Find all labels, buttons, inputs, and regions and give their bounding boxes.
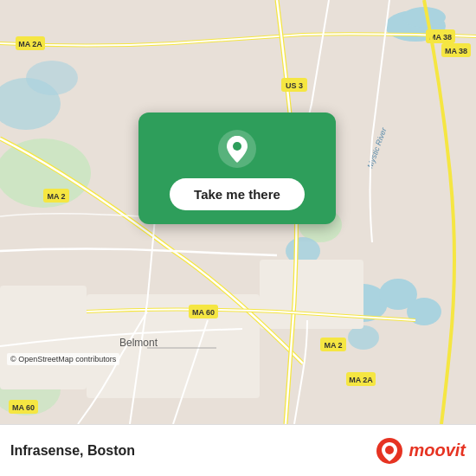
svg-text:US 3: US 3	[286, 81, 303, 90]
svg-text:MA 2A: MA 2A	[18, 40, 42, 48]
svg-text:Belmont: Belmont	[119, 337, 158, 349]
map-container: MA 2A MA 38 US 3 MA 60 MA 60 MA 2 MA 2 M…	[0, 0, 476, 424]
svg-point-2	[402, 7, 446, 28]
svg-point-40	[233, 142, 241, 151]
svg-point-4	[26, 61, 78, 95]
svg-rect-15	[260, 260, 363, 329]
bottom-bar: Infrasense, Boston moovit	[0, 424, 476, 476]
action-card: Take me there	[138, 113, 336, 224]
svg-text:MA 2: MA 2	[47, 192, 65, 201]
svg-point-42	[385, 446, 394, 454]
location-pin-icon	[216, 128, 258, 170]
svg-text:MA 2: MA 2	[324, 341, 342, 350]
svg-text:MA 60: MA 60	[192, 308, 215, 317]
svg-text:MA 2A: MA 2A	[349, 376, 373, 384]
moovit-brand-icon	[376, 437, 403, 465]
moovit-logo: moovit	[376, 437, 466, 465]
osm-attribution: © OpenStreetMap contributors	[7, 353, 119, 365]
svg-text:MA 60: MA 60	[12, 403, 35, 412]
moovit-brand-label: moovit	[408, 441, 466, 460]
svg-text:MA 38: MA 38	[445, 47, 467, 55]
take-me-there-button[interactable]: Take me there	[170, 178, 305, 210]
svg-point-8	[348, 325, 379, 350]
app-title: Infrasense, Boston	[10, 443, 376, 459]
